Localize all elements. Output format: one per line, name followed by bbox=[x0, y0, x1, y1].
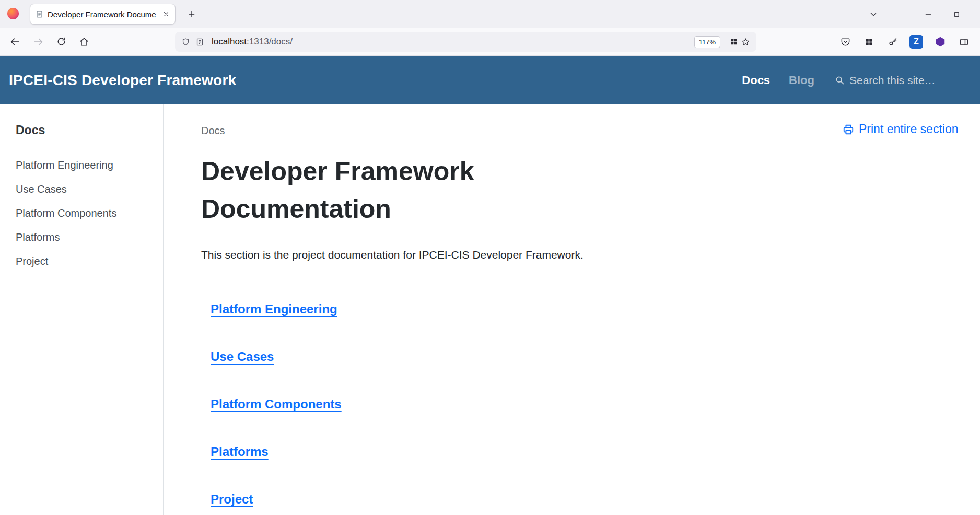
right-sidebar: Print entire section bbox=[832, 104, 980, 515]
search-input[interactable] bbox=[849, 74, 970, 87]
bookmark-star-icon[interactable] bbox=[741, 38, 750, 46]
page-content: Docs Platform Engineering Use Cases Plat… bbox=[0, 104, 980, 515]
sidebar-toggle-icon[interactable] bbox=[955, 33, 973, 51]
site-header: IPCEI-CIS Developer Framework Docs Blog bbox=[0, 56, 980, 104]
sidebar-link[interactable]: Platforms bbox=[16, 231, 60, 243]
nav-link-blog[interactable]: Blog bbox=[789, 74, 814, 87]
extension-z-icon[interactable]: Z bbox=[907, 33, 925, 51]
lead-paragraph: This section is the project documentatio… bbox=[201, 249, 817, 261]
sidebar-divider bbox=[16, 146, 144, 146]
reload-button[interactable] bbox=[52, 33, 70, 51]
nav-link-docs[interactable]: Docs bbox=[742, 74, 770, 87]
content-divider bbox=[201, 277, 817, 277]
extension-purple-icon[interactable] bbox=[931, 33, 949, 51]
section-links: Platform Engineering Use Cases Platform … bbox=[201, 301, 817, 507]
page-favicon-icon bbox=[36, 10, 43, 18]
site-search[interactable] bbox=[834, 74, 970, 87]
sidebar-item-platform-components[interactable]: Platform Components bbox=[16, 207, 153, 220]
sidebar-nav: Platform Engineering Use Cases Platform … bbox=[16, 159, 153, 268]
grid-page-action-icon[interactable] bbox=[730, 38, 738, 46]
breadcrumb[interactable]: Docs bbox=[201, 125, 817, 137]
section-link-use-cases[interactable]: Use Cases bbox=[211, 349, 817, 365]
sidebar-link[interactable]: Platform Components bbox=[16, 207, 116, 219]
page-info-icon[interactable] bbox=[195, 38, 204, 46]
main-content: Docs Developer Framework Documentation T… bbox=[164, 104, 832, 515]
list-all-tabs-chevron-icon[interactable] bbox=[866, 6, 881, 22]
password-key-icon[interactable] bbox=[884, 33, 902, 51]
browser-toolbar: localhost:1313/docs/ 117% Z bbox=[0, 28, 980, 56]
page-title: Developer Framework Documentation bbox=[201, 153, 671, 228]
zoom-level-badge[interactable]: 117% bbox=[694, 36, 720, 48]
section-link-platforms[interactable]: Platforms bbox=[211, 444, 817, 460]
sidebar-link[interactable]: Project bbox=[16, 255, 48, 267]
sidebar-heading[interactable]: Docs bbox=[16, 123, 153, 137]
url-path: :1313/docs/ bbox=[247, 37, 293, 46]
tab-close-icon[interactable] bbox=[162, 10, 170, 18]
sidebar-link[interactable]: Use Cases bbox=[16, 183, 67, 195]
pocket-icon[interactable] bbox=[836, 33, 854, 51]
url-text[interactable]: localhost:1313/docs/ bbox=[212, 37, 293, 47]
address-bar[interactable]: localhost:1313/docs/ 117% bbox=[175, 32, 756, 52]
section-link-platform-components[interactable]: Platform Components bbox=[211, 396, 817, 412]
sidebar-link[interactable]: Platform Engineering bbox=[16, 159, 113, 171]
browser-tab-strip: Developer Framework Docume bbox=[0, 0, 980, 28]
print-section-label: Print entire section bbox=[859, 122, 958, 136]
section-link-platform-engineering[interactable]: Platform Engineering bbox=[211, 301, 817, 317]
printer-icon bbox=[843, 124, 854, 135]
tab-title: Developer Framework Docume bbox=[48, 10, 158, 19]
home-button[interactable] bbox=[75, 33, 93, 51]
browser-tab[interactable]: Developer Framework Docume bbox=[30, 4, 176, 25]
sidebar-item-platform-engineering[interactable]: Platform Engineering bbox=[16, 159, 153, 172]
site-brand[interactable]: IPCEI-CIS Developer Framework bbox=[9, 72, 236, 89]
extensions-icon[interactable] bbox=[860, 33, 878, 51]
search-icon bbox=[834, 75, 845, 86]
docs-sidebar: Docs Platform Engineering Use Cases Plat… bbox=[0, 104, 164, 515]
tracking-shield-icon[interactable] bbox=[181, 38, 190, 46]
print-section-link[interactable]: Print entire section bbox=[843, 122, 975, 136]
sidebar-item-use-cases[interactable]: Use Cases bbox=[16, 183, 153, 196]
section-link-project[interactable]: Project bbox=[211, 491, 817, 507]
back-button[interactable] bbox=[6, 33, 24, 51]
window-maximize-button[interactable] bbox=[949, 6, 964, 22]
url-host: localhost bbox=[212, 37, 247, 46]
site-nav: Docs Blog bbox=[742, 74, 970, 87]
forward-button bbox=[29, 33, 47, 51]
extension-z-badge: Z bbox=[909, 35, 923, 49]
sidebar-item-platforms[interactable]: Platforms bbox=[16, 231, 153, 244]
sidebar-item-project[interactable]: Project bbox=[16, 255, 153, 268]
window-minimize-button[interactable] bbox=[920, 6, 936, 22]
firefox-profile-icon[interactable] bbox=[7, 8, 19, 19]
new-tab-button[interactable] bbox=[184, 6, 200, 22]
